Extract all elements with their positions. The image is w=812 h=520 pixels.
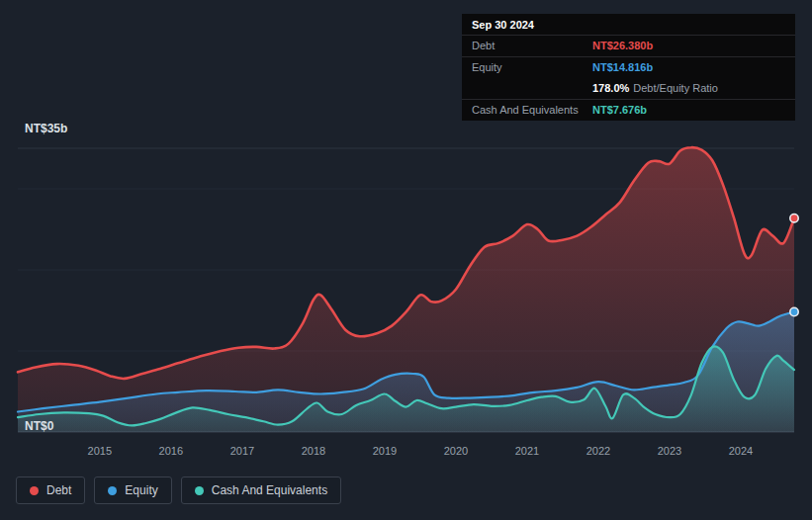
tooltip-date: Sep 30 2024 <box>462 14 795 36</box>
chart-tooltip: Sep 30 2024 Debt NT$26.380b Equity NT$14… <box>462 14 795 121</box>
cash-and-equivalents-dot-icon <box>195 486 204 495</box>
tooltip-debt-label: Debt <box>472 40 592 52</box>
tooltip-equity-label: Equity <box>472 61 592 74</box>
tooltip-cash-value: NT$7.676b <box>592 104 647 117</box>
y-axis-max-label: NT$35b <box>25 122 67 135</box>
debt-equity-history-chart: 2015201620172018201920202021202220232024… <box>0 0 812 520</box>
legend-item-cash-and-equivalents[interactable]: Cash And Equivalents <box>181 477 341 504</box>
endpoint-equity <box>790 307 798 315</box>
tooltip-row-cash: Cash And Equivalents NT$7.676b <box>462 100 795 121</box>
y-axis-min-label: NT$0 <box>25 419 53 433</box>
x-axis-label: 2017 <box>230 445 254 457</box>
x-axis-label: 2021 <box>515 445 539 457</box>
legend-label: Cash And Equivalents <box>212 483 327 497</box>
x-axis-label: 2019 <box>373 445 397 457</box>
x-axis-label: 2024 <box>729 445 753 457</box>
tooltip-cash-label: Cash And Equivalents <box>472 104 592 117</box>
equity-dot-icon <box>108 486 117 495</box>
tooltip-debt-value: NT$26.380b <box>592 40 653 52</box>
tooltip-equity-value: NT$14.816b <box>592 61 653 74</box>
tooltip-row-ratio: 178.0% Debt/Equity Ratio <box>462 78 795 100</box>
legend-item-equity[interactable]: Equity <box>94 477 171 504</box>
x-axis-label: 2022 <box>586 445 610 457</box>
endpoint-debt <box>790 214 798 221</box>
legend: DebtEquityCash And Equivalents <box>16 477 341 504</box>
tooltip-ratio-value: 178.0% <box>592 82 629 95</box>
tooltip-ratio-suffix: Debt/Equity Ratio <box>633 82 718 95</box>
x-axis-label: 2023 <box>658 445 681 457</box>
tooltip-row-equity: Equity NT$14.816b <box>462 57 795 78</box>
x-axis-label: 2018 <box>302 445 325 457</box>
x-axis-label: 2020 <box>444 445 468 457</box>
legend-item-debt[interactable]: Debt <box>16 477 85 504</box>
debt-dot-icon <box>30 486 39 495</box>
legend-label: Debt <box>46 483 71 497</box>
legend-label: Equity <box>125 483 157 497</box>
tooltip-row-debt: Debt NT$26.380b <box>462 36 795 57</box>
x-axis-label: 2015 <box>88 445 112 457</box>
x-axis-label: 2016 <box>159 445 183 457</box>
